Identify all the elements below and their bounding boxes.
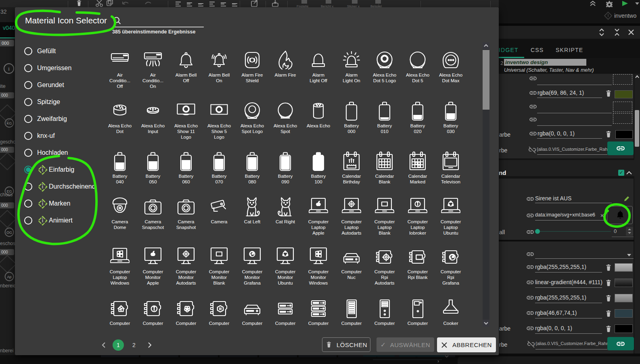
svg-text:Ap: Ap [7, 275, 11, 279]
svg-text:i: i [8, 66, 10, 72]
svg-text:OG: OG [6, 231, 12, 235]
svg-text:KG: KG [6, 121, 12, 125]
